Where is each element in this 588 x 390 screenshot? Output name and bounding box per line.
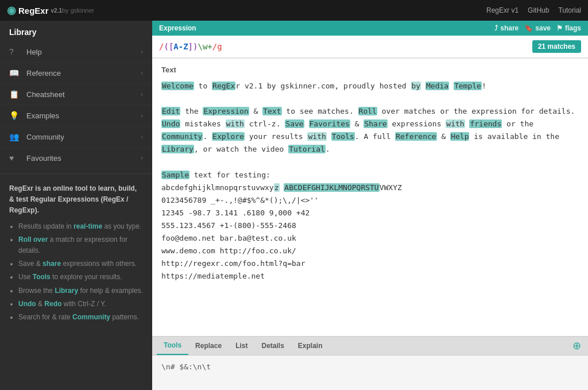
match-abcdef: ABCDEFGHIJKLMNOPQRSTU (284, 183, 379, 192)
sidebar-item-favourites-label: Favourites (26, 154, 61, 163)
highlight-rollover: Roll over (18, 235, 48, 244)
expression-label: Expression (159, 24, 196, 32)
info-item-5: Browse the Library for help & examples. (18, 285, 143, 296)
regex-close-delim: / (212, 42, 217, 51)
sidebar-item-community-label: Community (26, 133, 64, 141)
info-item-7: Search for & rate Community patterns. (18, 312, 143, 323)
text-line-6: 12345 -98.7 3.141 .6180 9,000 +42 (161, 207, 579, 219)
match-share: Share (363, 119, 387, 128)
tab-replace[interactable]: Replace (188, 337, 229, 354)
nav-tutorial[interactable]: Tutorial (558, 6, 581, 14)
info-item-4: Use Tools to explore your results. (18, 272, 143, 283)
regex-display[interactable]: /([A-Z])\w+/g (159, 42, 532, 51)
expression-header: Expression ⤴ share 🔖 save ⚑ flags (152, 21, 588, 36)
matches-badge: 21 matches (532, 40, 581, 53)
sidebar-item-cheatsheet-label: Cheatsheet (26, 90, 65, 99)
highlight-library: Library (55, 287, 78, 295)
info-item-3: Save & share expressions with others. (18, 258, 143, 269)
flags-button[interactable]: ⚑ flags (556, 24, 581, 32)
topbar-nav: RegExr v1 GitHub Tutorial (486, 6, 581, 14)
add-tool-button[interactable]: ⊕ (570, 338, 583, 353)
main-layout: Library ? Help › 📖 Reference › 📋 Cheatsh… (0, 21, 588, 390)
nav-github[interactable]: GitHub (528, 6, 549, 14)
highlight-redo: Redo (44, 300, 61, 308)
sidebar-item-community[interactable]: 👥 Community › (0, 126, 152, 148)
community-arrow-icon: › (141, 133, 143, 141)
by-text: by gskinner (62, 7, 94, 14)
flags-label: flags (565, 24, 581, 32)
save-button[interactable]: 🔖 save (524, 24, 551, 32)
tab-explain[interactable]: Explain (291, 337, 330, 354)
match-by: by (411, 82, 421, 90)
info-item-1: Results update in real-time as you type. (18, 221, 143, 232)
match-friends: friends (469, 119, 502, 128)
info-title: RegExr is an online tool to learn, build… (9, 183, 143, 217)
sidebar-item-cheatsheet[interactable]: 📋 Cheatsheet › (0, 84, 152, 105)
flags-icon: ⚑ (556, 24, 563, 32)
info-item-2: Roll over a match or expression for deta… (18, 234, 143, 256)
info-box: RegExr is an online tool to learn, build… (0, 173, 152, 334)
content-area: Expression ⤴ share 🔖 save ⚑ flags (152, 21, 588, 390)
tools-content[interactable]: \n# $&:\n\t (152, 356, 588, 390)
match-undo: Undo (161, 119, 180, 128)
match-with1: with (226, 119, 245, 128)
sidebar: Library ? Help › 📖 Reference › 📋 Cheatsh… (0, 21, 152, 390)
match-roll: Roll (358, 107, 377, 115)
match-sample: Sample (161, 171, 189, 179)
highlight-tools: Tools (33, 273, 51, 281)
text-content[interactable]: Welcome to RegExr v2.1 by gskinner.com, … (161, 80, 579, 283)
regex-close-bracket: ] (188, 42, 193, 51)
logo-text: RegExr (18, 6, 49, 16)
favourites-arrow-icon: › (141, 154, 143, 162)
text-line-10: http://regexr.com/foo.html?q=bar (161, 257, 579, 270)
share-label: share (500, 24, 519, 32)
tools-tabs: Tools Replace List Details Explain ⊕ (152, 337, 588, 356)
save-label: save (535, 24, 551, 32)
info-list: Results update in real-time as you type.… (9, 221, 143, 323)
save-icon: 🔖 (524, 24, 533, 32)
sidebar-item-favourites[interactable]: ♥ Favourites › (0, 148, 152, 169)
highlight-realtime: real-time (74, 222, 102, 230)
sidebar-item-examples[interactable]: 💡 Examples › (0, 105, 152, 126)
regex-w: \w (198, 42, 207, 51)
text-section: Text Welcome to RegExr v2.1 by gskinner.… (152, 57, 588, 336)
match-library: Library (161, 145, 194, 153)
reference-icon: 📖 (9, 68, 21, 78)
nav-regexr-v1[interactable]: RegExr v1 (486, 6, 519, 14)
logo-icon: ◉ (7, 4, 16, 17)
text-line-3: Sample text for testing: (161, 169, 579, 182)
expression-input-row[interactable]: /([A-Z])\w+/g 21 matches (152, 36, 588, 57)
match-welcome: Welcome (161, 82, 194, 90)
text-line-5: 0123456789 _+-.,!@#$%^&*();\,/|<>'' (161, 194, 579, 207)
logo-version: v2.1 (51, 7, 62, 14)
match-favorites: Favorites (309, 119, 350, 128)
text-section-title: Text (161, 65, 579, 74)
community-icon: 👥 (9, 132, 21, 141)
sidebar-item-help[interactable]: ? Help › (0, 41, 152, 63)
help-icon: ? (9, 47, 21, 56)
sidebar-item-reference[interactable]: 📖 Reference › (0, 63, 152, 84)
match-media: Media (425, 82, 449, 90)
match-temple: Temple (454, 82, 482, 90)
match-explore: Explore (212, 132, 245, 141)
tab-details[interactable]: Details (254, 337, 291, 354)
tab-list[interactable]: List (229, 337, 254, 354)
text-line-8: foo@demo.net bar.ba@test.co.uk (161, 232, 579, 245)
help-arrow-icon: › (141, 48, 143, 56)
match-text: Text (262, 107, 281, 115)
match-help: Help (450, 132, 469, 141)
topbar: ◉ RegExr v2.1 by gskinner RegExr v1 GitH… (0, 0, 588, 21)
tab-tools[interactable]: Tools (157, 337, 188, 355)
regex-plus: + (207, 42, 212, 51)
match-reference: Reference (395, 132, 436, 141)
sidebar-item-reference-label: Reference (26, 69, 61, 78)
highlight-share: share (42, 260, 61, 268)
match-tutorial: Tutorial (288, 145, 326, 153)
regex-open-paren: ( (164, 42, 168, 51)
share-button[interactable]: ⤴ share (494, 24, 519, 32)
text-line-2: Edit the Expression & Text to see matche… (161, 105, 579, 156)
text-line-9: www.demo.com http://foo.co.uk/ (161, 245, 579, 257)
match-edit: Edit (161, 107, 180, 115)
logo: ◉ RegExr v2.1 (7, 4, 62, 17)
reference-arrow-icon: › (141, 69, 143, 77)
